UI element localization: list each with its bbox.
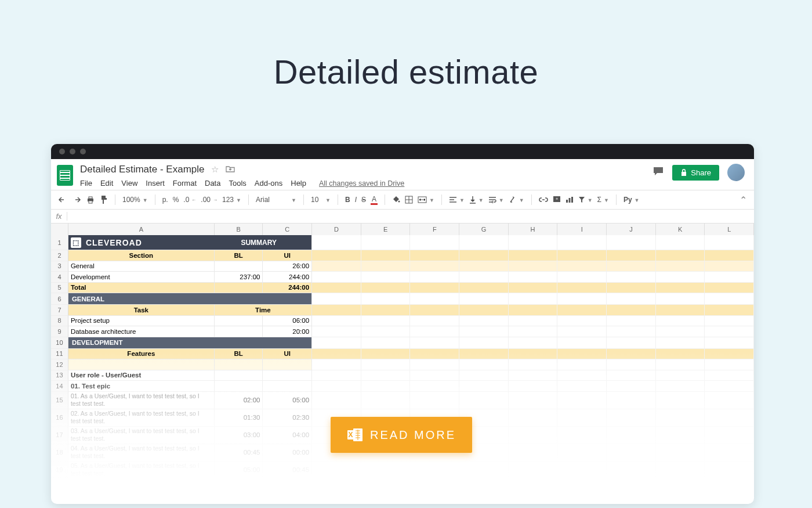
row-header[interactable]: 5 — [51, 283, 68, 294]
cell[interactable] — [215, 316, 263, 327]
col-header-a[interactable]: A — [68, 224, 215, 235]
paint-format-icon[interactable] — [100, 195, 108, 204]
row-header[interactable]: 7 — [51, 305, 68, 316]
cell[interactable]: Time — [215, 305, 312, 316]
row-header[interactable]: 8 — [51, 316, 68, 327]
link-icon[interactable] — [539, 197, 548, 203]
cell[interactable] — [215, 326, 263, 337]
cell[interactable]: Project setup — [68, 316, 215, 327]
row-header[interactable]: 3 — [51, 261, 68, 272]
cell[interactable]: 01. As a User/Guest, I want to test test… — [68, 392, 215, 409]
number-format[interactable]: 123▼ — [222, 196, 241, 204]
menu-tools[interactable]: Tools — [229, 179, 246, 188]
increase-decimal[interactable]: .00→ — [201, 196, 217, 204]
document-title[interactable]: Detailed Estimate - Example — [80, 164, 204, 175]
row-header[interactable]: 6 — [51, 293, 68, 305]
menu-data[interactable]: Data — [205, 179, 220, 188]
row-header[interactable]: 14 — [51, 381, 68, 392]
cell[interactable]: Total — [68, 283, 215, 294]
cell[interactable]: 01. Test epic — [68, 381, 215, 392]
cell[interactable] — [215, 381, 263, 392]
row-header[interactable]: 18 — [51, 444, 68, 462]
cell[interactable]: 01:30 — [215, 409, 263, 427]
window-maximize-icon[interactable] — [80, 149, 86, 154]
col-header-b[interactable]: B — [215, 224, 263, 235]
comments-icon[interactable] — [652, 166, 664, 179]
cell[interactable]: 06:00 — [263, 316, 312, 327]
star-icon[interactable]: ☆ — [211, 164, 219, 175]
cell[interactable]: 237:00 — [215, 272, 263, 283]
cell[interactable]: 05:00 — [215, 462, 263, 479]
cell-section[interactable]: GENERAL — [68, 293, 312, 305]
save-status[interactable]: All changes saved in Drive — [319, 179, 404, 188]
text-color-icon[interactable]: A — [371, 195, 378, 205]
col-header-i[interactable]: I — [557, 224, 607, 235]
cell[interactable]: User role - User/Guest — [68, 370, 215, 381]
text-rotate-icon[interactable]: ▼ — [509, 196, 524, 204]
col-header-l[interactable]: L — [705, 224, 754, 235]
cell[interactable]: 02:00 — [215, 392, 263, 409]
cell[interactable]: 05. As a User/Guest, I want to test test… — [68, 462, 215, 479]
cell-brand[interactable]: ⬚ CLEVEROAD SUMMARY — [68, 235, 312, 250]
menu-edit[interactable]: Edit — [100, 179, 113, 188]
menu-insert[interactable]: Insert — [146, 179, 165, 188]
col-header-k[interactable]: K — [656, 224, 705, 235]
font-size-select[interactable]: 10▼ — [311, 196, 331, 204]
strike-icon[interactable]: S — [361, 196, 366, 204]
cell[interactable]: 04:00 — [263, 427, 312, 444]
read-more-button[interactable]: X READ MORE — [331, 417, 472, 453]
cell[interactable] — [263, 359, 312, 370]
borders-icon[interactable] — [405, 196, 413, 204]
menu-format[interactable]: Format — [173, 179, 197, 188]
collapse-toolbar-icon[interactable]: ⌃ — [740, 194, 747, 206]
cell[interactable]: 244:00 — [263, 283, 312, 294]
cell[interactable]: 02. As a User/Guest, I want to test test… — [68, 409, 215, 427]
cell[interactable]: Section — [68, 250, 215, 261]
cell[interactable] — [215, 370, 263, 381]
col-header-e[interactable]: E — [361, 224, 411, 235]
italic-icon[interactable]: I — [355, 196, 357, 204]
formula-bar[interactable]: fx — [51, 210, 754, 224]
menu-view[interactable]: View — [121, 179, 137, 188]
h-align-icon[interactable]: ▼ — [449, 196, 465, 203]
col-header-f[interactable]: F — [410, 224, 459, 235]
merge-cells-icon[interactable]: ▼ — [418, 196, 434, 203]
menu-file[interactable]: File — [80, 179, 92, 188]
select-all-cell[interactable] — [51, 224, 68, 235]
cell[interactable] — [215, 359, 263, 370]
bold-icon[interactable]: B — [345, 196, 350, 204]
row-header[interactable]: 1 — [51, 235, 68, 250]
percent-format[interactable]: % — [173, 196, 179, 204]
cell[interactable] — [215, 283, 263, 294]
cell[interactable]: Development — [68, 272, 215, 283]
row-header[interactable]: 16 — [51, 409, 68, 427]
cell[interactable] — [215, 261, 263, 272]
row-header[interactable]: 11 — [51, 349, 68, 360]
cell[interactable]: UI — [263, 250, 312, 261]
row-header[interactable]: 12 — [51, 359, 68, 370]
row-header[interactable]: 4 — [51, 272, 68, 283]
cell[interactable]: Features — [68, 349, 215, 360]
v-align-icon[interactable]: ▼ — [469, 196, 484, 204]
cell-section[interactable]: DEVELOPMENT — [68, 337, 312, 349]
col-header-j[interactable]: J — [607, 224, 656, 235]
menu-help[interactable]: Help — [291, 179, 306, 188]
comment-icon[interactable]: + — [553, 196, 561, 204]
col-header-d[interactable]: D — [312, 224, 361, 235]
decrease-decimal[interactable]: .0← — [183, 196, 196, 204]
cell[interactable]: 00:45 — [215, 444, 263, 462]
chart-icon[interactable] — [566, 196, 574, 203]
undo-icon[interactable] — [58, 196, 67, 204]
row-header[interactable]: 17 — [51, 427, 68, 444]
cell[interactable]: Database architecture — [68, 326, 215, 337]
input-tools-icon[interactable]: Py▼ — [624, 196, 640, 204]
sheets-logo-icon[interactable] — [57, 165, 73, 186]
col-header-g[interactable]: G — [459, 224, 509, 235]
move-to-folder-icon[interactable] — [226, 165, 235, 175]
functions-icon[interactable]: Σ▼ — [597, 196, 609, 204]
cell[interactable]: BL — [215, 349, 263, 360]
print-icon[interactable] — [86, 196, 95, 204]
zoom-select[interactable]: 100%▼ — [122, 196, 148, 204]
row-header[interactable]: 19 — [51, 462, 68, 479]
row-header[interactable]: 9 — [51, 326, 68, 337]
